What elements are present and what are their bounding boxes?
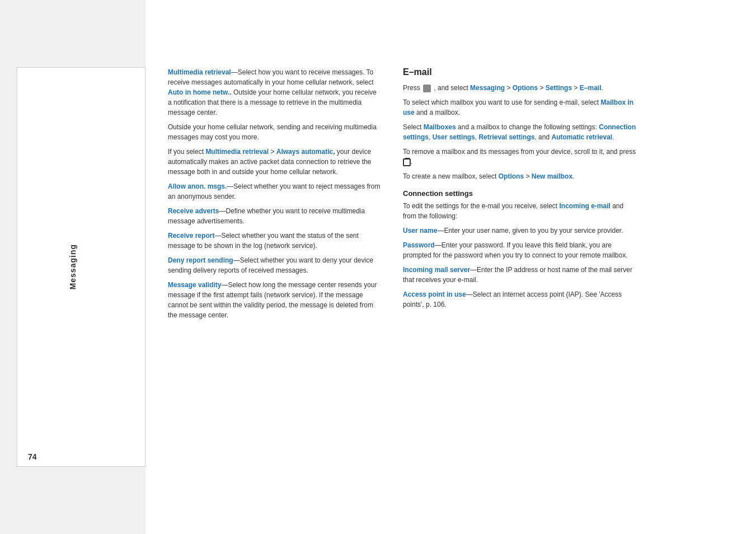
left-p3-gt: > [269, 148, 276, 156]
deny-report-label: Deny report sending [168, 256, 233, 264]
page-number: 74 [28, 452, 37, 461]
main-content: Multimedia retrieval—Select how you want… [145, 0, 756, 534]
message-validity-label: Message validity [168, 281, 221, 289]
right-p1-text1: Press [403, 84, 422, 92]
sidebar: Messaging 74 [0, 0, 145, 534]
left-p8: Message validity—Select how long the mes… [168, 280, 381, 320]
right-p2-text1: To select which mailbox you want to use … [403, 99, 601, 106]
receive-report-label: Receive report [168, 232, 214, 240]
right-p3-comma1: , [429, 133, 433, 141]
right-p5: To create a new mailbox, select Options … [403, 171, 638, 181]
conn-item-password: Password—Enter your password. If you lea… [403, 240, 638, 260]
conn-item-username: User name—Enter your user name, given to… [403, 226, 638, 236]
conn-item-incoming-mail: Incoming mail server—Enter the IP addres… [403, 265, 638, 285]
right-p5-text1: To create a new mailbox, select [403, 172, 499, 180]
always-automatic-label: Always automatic, [276, 148, 335, 156]
email-section-title: E–mail [403, 67, 638, 77]
conn-item-access-point: Access point in use—Select an internet a… [403, 289, 638, 310]
mailboxes-link: Mailboxes [424, 123, 456, 131]
options-link2: Options [499, 172, 524, 180]
right-p1: Press , and select Messaging > Options >… [403, 83, 638, 93]
page-container: Messaging 74 Multimedia retrieval—Select… [0, 0, 756, 534]
left-p3: If you select Multimedia retrieval > Alw… [168, 147, 381, 177]
left-p5: Receive adverts—Define whether you want … [168, 206, 381, 226]
right-p4: To remove a mailbox and its messages fro… [403, 147, 638, 167]
left-p6: Receive report—Select whether you want t… [168, 231, 381, 251]
right-column: E–mail Press , and select Messaging > Op… [403, 67, 638, 512]
right-p5-period: . [572, 172, 574, 180]
messaging-link: Messaging [470, 84, 505, 92]
connection-settings-title: Connection settings [403, 189, 638, 198]
menu-icon [423, 85, 431, 92]
options-link1: Options [513, 84, 538, 92]
right-p1-gt2: > [538, 84, 546, 92]
incoming-mail-server-label: Incoming mail server [403, 266, 470, 274]
right-p3: Select Mailboxes and a mailbox to change… [403, 122, 638, 142]
right-p1-text2: , and select [432, 84, 470, 92]
email-link: E–mail [580, 84, 602, 92]
new-mailbox-link: New mailbox [532, 172, 572, 180]
left-p3-text1: If you select [168, 148, 205, 156]
auto-home-netw-label: Auto in home netw.. [168, 88, 232, 96]
left-p7: Deny report sending—Select whether you w… [168, 255, 381, 275]
right-p2: To select which mailbox you want to use … [403, 97, 638, 118]
sidebar-text-container: Messaging [0, 0, 145, 534]
multimedia-retrieval-label2: Multimedia retrieval [205, 148, 269, 156]
auto-retrieval-link: Automatic retrieval [551, 133, 612, 141]
user-settings-link: User settings [433, 133, 475, 141]
username-label: User name [403, 227, 437, 235]
left-p4: Allow anon. msgs.—Select whether you wan… [168, 181, 381, 202]
right-p3-text2: and a mailbox to change the following se… [456, 123, 599, 131]
incoming-email-link: Incoming e-mail [559, 202, 610, 210]
right-p2-text2: and a mailbox. [415, 109, 460, 116]
right-p1-gt3: > [572, 84, 580, 92]
right-p3-text1: Select [403, 123, 424, 131]
right-p4-period: . [411, 158, 412, 166]
right-p1-gt1: > [505, 84, 513, 92]
username-desc: —Enter your user name, given to you by y… [437, 227, 623, 235]
right-p3-period: . [612, 133, 614, 141]
sidebar-label: Messaging [68, 244, 77, 289]
left-p1: Multimedia retrieval—Select how you want… [168, 67, 381, 118]
receive-adverts-label: Receive adverts [168, 207, 219, 215]
left-p2-text: Outside your home cellular network, send… [168, 123, 377, 141]
conn-intro-text1: To edit the settings for the e-mail you … [403, 202, 559, 210]
conn-intro: To edit the settings for the e-mail you … [403, 201, 638, 221]
retrieval-settings-link: Retrieval settings [478, 133, 534, 141]
access-point-label: Access point in use [403, 291, 466, 298]
delete-icon [403, 158, 411, 166]
password-desc: —Enter your password. If you leave this … [403, 241, 628, 259]
left-p2: Outside your home cellular network, send… [168, 122, 381, 142]
allow-anon-label: Allow anon. msgs. [168, 182, 227, 190]
password-label: Password [403, 241, 435, 249]
multimedia-retrieval-label: Multimedia retrieval [168, 68, 231, 76]
right-p3-and: , and [534, 133, 551, 141]
right-p1-period: . [602, 84, 603, 92]
settings-link1: Settings [546, 84, 572, 92]
right-p4-text1: To remove a mailbox and its messages fro… [403, 148, 636, 156]
right-p5-gt: > [524, 172, 532, 180]
left-column: Multimedia retrieval—Select how you want… [168, 67, 381, 512]
